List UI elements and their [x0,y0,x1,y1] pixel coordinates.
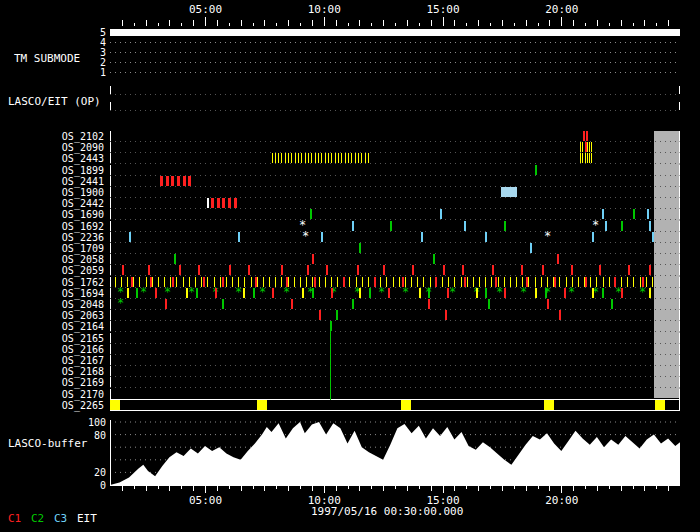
time-axis-tick [609,23,610,26]
os-row-end-tick [110,165,111,175]
timeline-event-hatch-tick [351,153,352,163]
time-axis-tick [205,486,206,493]
os-row-label: OS_2443 [4,153,104,164]
timeline-event-tick [585,277,587,287]
timeline-event-tick [485,232,487,242]
timeline-event-tick [243,288,245,298]
timeline-event-hatch-tick [315,153,316,163]
timeline-event-hatch-tick [528,277,529,287]
timeline-event-tick [564,288,566,298]
time-axis-tick [312,486,313,491]
os-row-end-tick [110,333,111,343]
time-axis-tick [264,20,265,26]
timeline-event-tick [326,265,328,275]
os-row-baseline [110,331,680,332]
timeline-event-hatch-tick [244,277,245,287]
timeline-event-tick [155,288,157,298]
timeline-event-tick [390,221,392,231]
timeline-event-tick [122,265,124,275]
timeline-event-star: * [164,286,171,298]
buffer-ytick-label: 20 [78,467,106,478]
time-axis-tick [549,20,550,26]
timeline-event-star: * [188,286,195,298]
time-axis-tick [169,20,170,26]
os-row-track [110,333,680,343]
time-axis-tick [419,486,420,489]
timeline-event-hatch-tick [582,153,583,163]
timeline-event-star: * [496,286,503,298]
timeline-event-tick [291,299,293,309]
tm-submode-active-bar [110,29,680,36]
timeline-event-tick [428,299,430,309]
time-axis-tick [181,486,182,489]
buffer-ytick-label: 80 [78,430,106,441]
timeline-event-tick [374,277,376,287]
time-axis-tick [359,20,360,26]
buffer-chart-title: LASCO-buffer [8,437,87,450]
time-axis-tick [443,17,444,26]
timeline-event-hatch-tick [160,176,163,186]
timeline-event-tick [357,265,359,275]
timeline-event-tick [542,265,544,275]
os-row-label: OS_2169 [4,377,104,388]
os-row-track [110,366,680,376]
timeline-event-hatch-tick [115,277,116,287]
os-row-frame-line [110,410,680,411]
os-row-track [110,344,680,354]
timeline-event-hatch-tick [325,153,326,163]
os-row-end-tick [110,377,111,387]
timeline-event-hatch-tick [485,277,486,287]
timeline-event-hatch-tick [587,153,588,163]
timeline-event-hatch-tick [272,153,273,163]
os-row-label: OS_2441 [4,176,104,187]
timeline-event-tick [136,288,138,298]
timeline-event-tick [207,198,209,208]
timeline-event-hatch-tick [188,176,191,186]
time-axis-tick [549,486,550,491]
timeline-event-tick [504,221,506,231]
timeline-event-tick [203,277,205,287]
timeline-event-tick [485,288,487,298]
os-row-label: OS_1709 [4,243,104,254]
time-axis-tick [371,486,372,489]
timeline-event-hatch-tick [393,277,394,287]
timeline-event-tick [433,254,435,264]
timeline-event-hatch-tick [228,198,231,208]
timeline-event-hatch-tick [411,277,412,287]
os-row-label: OS_1762 [4,277,104,288]
time-axis-tick [585,486,586,489]
time-axis-tick [169,486,170,491]
time-axis-tick [609,486,610,489]
os-row-label: OS_2442 [4,198,104,209]
time-axis-tick [276,486,277,489]
timeline-event-hatch-tick [251,277,252,287]
timeline-event-hatch-tick [207,277,208,287]
timeline-event-tick [198,265,200,275]
os-row-end-tick [679,344,680,354]
time-axis-tick [395,23,396,26]
time-axis-tick [407,20,408,26]
timeline-event-hatch-tick [386,277,387,287]
timeline-event-hatch-tick [127,277,128,287]
op-track-end-tick [110,86,111,94]
tm-submode-gridline [110,52,680,53]
schedule-marker-square [655,400,665,410]
timeline-event-star: * [259,286,266,298]
timeline-event-tick [129,232,131,242]
os-row-end-tick [110,187,111,197]
os-row-track [110,165,680,175]
os-row-label: OS_1692 [4,221,104,232]
os-row-end-tick [679,265,680,275]
os-row-end-tick [679,142,680,152]
timeline-event-hatch-tick [278,153,279,163]
time-axis-tick [431,20,432,26]
timeline-event-tick [476,288,478,298]
timeline-event-tick [443,265,445,275]
time-axis-tick [324,486,325,493]
time-axis-tick [502,20,503,26]
os-row-end-tick [110,209,111,219]
timeline-event-star: * [449,286,456,298]
timeline-event-tick [369,288,371,298]
time-axis-tick [597,20,598,26]
timeline-event-tick [599,265,601,275]
